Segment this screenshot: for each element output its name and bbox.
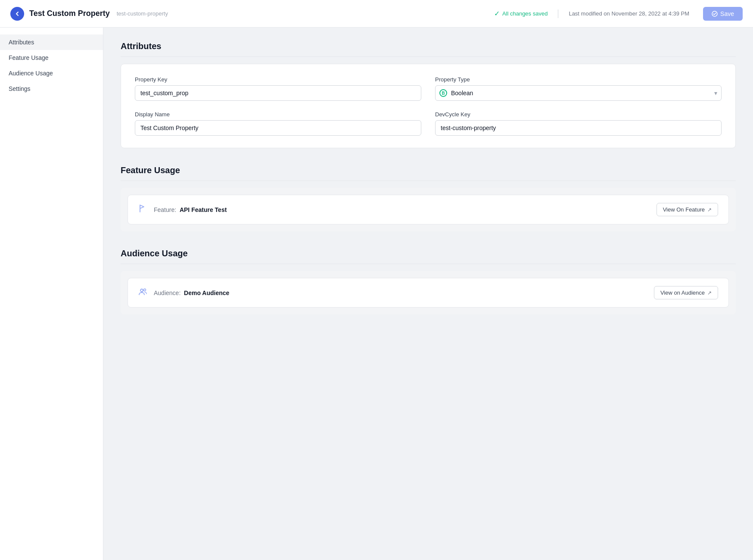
feature-usage-card: Feature: API Feature Test View On Featur…: [128, 195, 729, 224]
property-type-group: Property Type B Boolean String Number ▾: [435, 76, 722, 101]
audience-usage-title: Audience Usage: [121, 249, 736, 264]
audience-usage-card: Audience: Demo Audience View on Audience…: [128, 278, 729, 308]
display-name-input[interactable]: [135, 120, 421, 136]
attributes-title: Attributes: [121, 41, 736, 57]
boolean-icon: B: [439, 89, 447, 97]
feature-usage-label: Feature: API Feature Test: [154, 206, 650, 213]
feature-usage-title: Feature Usage: [121, 165, 736, 181]
sidebar-item-attributes[interactable]: Attributes: [0, 34, 103, 50]
view-on-audience-label: View on Audience: [660, 289, 705, 296]
page-title: Test Custom Property: [29, 9, 110, 18]
page-slug: test-custom-property: [117, 10, 168, 17]
display-name-group: Display Name: [135, 111, 421, 136]
external-link-icon: ↗: [707, 207, 712, 213]
property-type-select[interactable]: Boolean String Number: [435, 85, 722, 101]
property-key-group: Property Key: [135, 76, 421, 101]
view-on-feature-button[interactable]: View On Feature ↗: [657, 203, 718, 216]
save-label: Save: [720, 10, 734, 17]
main-layout: Attributes Feature Usage Audience Usage …: [0, 28, 753, 560]
property-key-input[interactable]: [135, 85, 421, 101]
external-link-icon-2: ↗: [707, 290, 712, 296]
devcycle-key-input[interactable]: [435, 120, 722, 136]
audience-usage-label: Audience: Demo Audience: [154, 289, 648, 296]
audience-icon: [138, 287, 148, 299]
save-button[interactable]: Save: [703, 7, 743, 21]
property-key-label: Property Key: [135, 76, 421, 83]
attributes-section: Attributes Property Key Property Type B: [121, 41, 736, 148]
svg-point-2: [144, 289, 146, 291]
svg-point-1: [140, 289, 143, 292]
save-status: ✓ All changes saved: [494, 9, 548, 18]
sidebar: Attributes Feature Usage Audience Usage …: [0, 28, 103, 560]
sidebar-item-feature-usage[interactable]: Feature Usage: [0, 50, 103, 65]
view-on-feature-label: View On Feature: [663, 206, 705, 213]
display-name-label: Display Name: [135, 111, 421, 118]
status-text: All changes saved: [502, 10, 548, 17]
back-button[interactable]: [10, 7, 24, 21]
check-icon: ✓: [494, 9, 500, 18]
audience-usage-section: Audience Usage Audience: Demo Audience: [121, 249, 736, 314]
flag-icon: [138, 204, 148, 215]
header-divider: [558, 9, 558, 18]
feature-usage-bg: Feature: API Feature Test View On Featur…: [121, 188, 736, 231]
property-type-label: Property Type: [435, 76, 722, 83]
property-type-wrapper: B Boolean String Number ▾: [435, 85, 722, 101]
main-content: Attributes Property Key Property Type B: [103, 28, 753, 560]
modified-text: Last modified on November 28, 2022 at 4:…: [569, 10, 689, 17]
app-header: Test Custom Property test-custom-propert…: [0, 0, 753, 28]
audience-usage-bg: Audience: Demo Audience View on Audience…: [121, 271, 736, 314]
attributes-card: Property Key Property Type B Boolean Str…: [121, 64, 736, 148]
devcycle-key-label: DevCycle Key: [435, 111, 722, 118]
view-on-audience-button[interactable]: View on Audience ↗: [654, 286, 718, 299]
feature-usage-section: Feature Usage Feature: API Feature Test …: [121, 165, 736, 231]
sidebar-item-audience-usage[interactable]: Audience Usage: [0, 65, 103, 81]
attributes-form: Property Key Property Type B Boolean Str…: [135, 76, 722, 136]
sidebar-item-settings[interactable]: Settings: [0, 81, 103, 96]
devcycle-key-group: DevCycle Key: [435, 111, 722, 136]
